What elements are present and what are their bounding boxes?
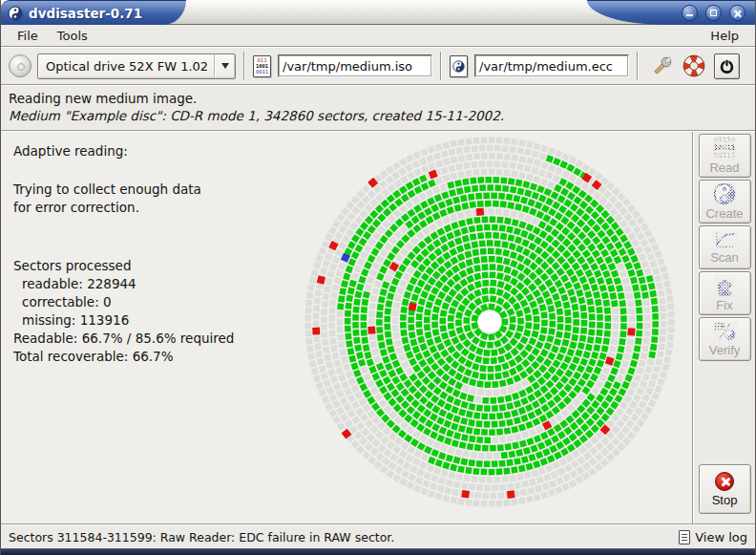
dropdown-arrow-box (214, 54, 235, 78)
content-area: Adaptive reading: Trying to collect enou… (1, 132, 755, 523)
toolbar: Optical drive 52X FW 1.02 011 1001 0011 (1, 48, 755, 84)
optical-disc-icon (9, 54, 32, 77)
action-title: Reading new medium image. (9, 91, 747, 106)
stop-icon (715, 472, 734, 491)
read-icon: 01110 10011 00111 (714, 137, 736, 160)
iso-path-input[interactable] (278, 54, 432, 77)
yinyang-icon (452, 60, 465, 73)
scan-graph-icon (712, 230, 738, 249)
stop-button[interactable]: Stop (699, 464, 751, 514)
create-button[interactable]: Create (699, 180, 751, 224)
sectors-missing: missing: 113916 (13, 311, 234, 330)
menu-bar: File Tools Help (1, 25, 755, 46)
verify-button[interactable]: Verify (699, 317, 751, 361)
toolbar-separator (637, 52, 639, 80)
reading-panel: Adaptive reading: Trying to collect enou… (1, 132, 692, 523)
stop-button-label: Stop (712, 493, 738, 507)
status-message: Sectors 311584-311599: Raw Reader: EDC f… (9, 530, 679, 544)
ecc-path-input[interactable] (474, 54, 629, 77)
readable-percent: Readable: 66.7% / 85.6% required (13, 330, 234, 348)
sectors-readable: readable: 228944 (13, 275, 234, 293)
strategy-heading: Adaptive reading: (13, 142, 234, 160)
sectors-title: Sectors processed (13, 257, 234, 275)
view-log-label: View log (695, 530, 747, 544)
window-controls (587, 0, 755, 25)
wrench-icon (651, 55, 673, 77)
log-icon (679, 530, 690, 544)
read-button[interactable]: 01110 10011 00111 Read (699, 134, 751, 178)
title-tab: dvdisaster-0.71 (1, 0, 163, 25)
help-button[interactable] (682, 54, 705, 77)
status-info-panel: Reading new medium image. Medium "Exampl… (1, 86, 755, 130)
power-icon (719, 58, 735, 75)
drive-selector[interactable]: Optical drive 52X FW 1.02 (37, 53, 236, 79)
lifebuoy-icon (682, 54, 705, 77)
toolbar-separator (243, 52, 245, 80)
status-bar: Sectors 311584-311599: Raw Reader: EDC f… (1, 525, 755, 548)
verify-icon (711, 321, 738, 342)
fix-button[interactable]: Fix (699, 271, 751, 315)
app-window: dvdisaster-0.71 File Tools Help Optical … (0, 0, 756, 555)
action-sidebar: 01110 10011 00111 Read Create (694, 132, 755, 523)
quit-button[interactable] (714, 53, 740, 79)
menu-help[interactable]: Help (702, 27, 747, 45)
preferences-button[interactable] (651, 55, 673, 77)
toolbar-separator (440, 52, 442, 80)
drive-selector-value: Optical drive 52X FW 1.02 (38, 59, 214, 74)
disc-spiral-visualization (287, 134, 692, 520)
iso-file-icon: 011 1001 0011 (253, 55, 271, 77)
title-bar: dvdisaster-0.71 (1, 0, 755, 25)
title-tab-swoosh (163, 0, 186, 25)
medium-info: Medium "Example disc": CD-R mode 1, 3428… (9, 108, 747, 123)
chevron-down-icon (221, 63, 229, 69)
minimize-icon (686, 14, 693, 16)
close-button[interactable] (729, 5, 746, 21)
create-yinyang-icon (713, 182, 736, 205)
verify-button-label: Verify (709, 343, 741, 357)
menu-tools[interactable]: Tools (49, 27, 96, 45)
strategy-desc-2: for error correction. (13, 199, 234, 217)
scan-button[interactable]: Scan (699, 225, 751, 269)
app-yinyang-icon (8, 6, 23, 21)
menu-file[interactable]: File (9, 27, 47, 45)
ecc-file-icon (450, 55, 468, 77)
window-title: dvdisaster-0.71 (29, 6, 142, 21)
minimize-button[interactable] (682, 5, 698, 21)
maximize-button[interactable] (705, 5, 722, 21)
fix-button-label: Fix (716, 298, 732, 312)
create-button-label: Create (705, 206, 743, 221)
window-bottom-border (1, 548, 755, 555)
read-button-label: Read (709, 160, 739, 175)
view-log-button[interactable]: View log (679, 530, 747, 544)
strategy-desc-1: Trying to collect enough data (13, 181, 234, 199)
scan-button-label: Scan (710, 250, 739, 265)
maximize-icon (710, 10, 717, 16)
fix-puzzle-icon (714, 275, 736, 297)
reading-stats: Adaptive reading: Trying to collect enou… (13, 142, 234, 366)
recoverable-percent: Total recoverable: 66.7% (13, 348, 234, 366)
sectors-correctable: correctable: 0 (13, 293, 234, 311)
